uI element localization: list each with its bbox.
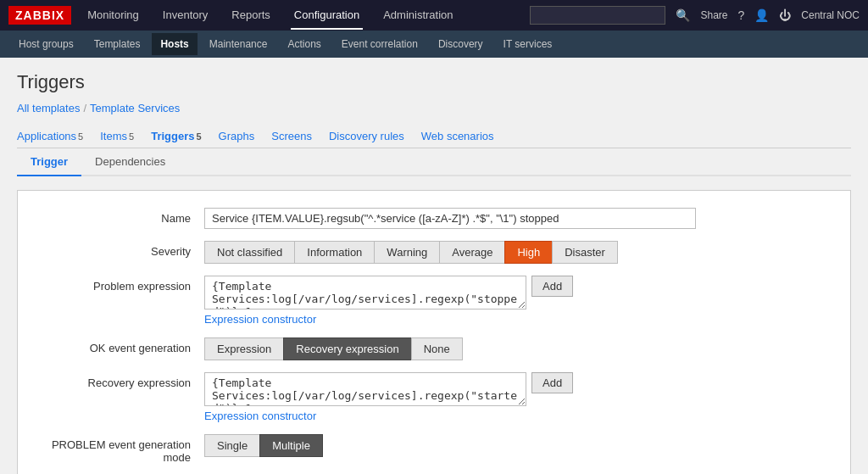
user-icon[interactable]: 👤 <box>754 8 769 22</box>
recovery-expression-label: Recovery expression <box>35 372 204 389</box>
search-icon[interactable]: 🔍 <box>676 8 690 22</box>
form-tab-dependencies[interactable]: Dependencies <box>81 148 179 176</box>
tab-items[interactable]: Items <box>100 125 144 148</box>
recovery-expr-input-row: {Template Services:log[/var/log/services… <box>204 372 833 406</box>
problem-event-mode-row: PROBLEM event generation mode Single Mul… <box>35 434 833 464</box>
top-nav-items: Monitoring Inventory Reports Configurati… <box>84 2 530 30</box>
ok-event-group: Expression Recovery expression None <box>204 337 833 360</box>
tab-discovery-rules[interactable]: Discovery rules <box>329 125 415 148</box>
problem-expression-label: Problem expression <box>35 276 204 293</box>
power-icon[interactable]: ⏻ <box>779 8 791 22</box>
name-row: Name <box>35 208 833 229</box>
top-nav-right: 🔍 Share ? 👤 ⏻ Central NOC <box>530 6 860 25</box>
nav-it-services[interactable]: IT services <box>495 33 561 55</box>
top-navbar: ZABBIX Monitoring Inventory Reports Conf… <box>0 0 868 31</box>
trigger-form: Name Severity Not classified Information… <box>17 190 851 474</box>
name-control <box>204 208 833 229</box>
nav-host-groups[interactable]: Host groups <box>10 33 82 55</box>
severity-control: Not classified Information Warning Avera… <box>204 241 833 264</box>
logo[interactable]: ZABBIX <box>8 6 71 25</box>
problem-expr-input-row: {Template Services:log[/var/log/services… <box>204 276 833 309</box>
ok-event-row: OK event generation Expression Recovery … <box>35 337 833 360</box>
ok-event-recovery-expression[interactable]: Recovery expression <box>283 337 410 360</box>
main-content: Triggers All templates / Template Servic… <box>0 58 868 474</box>
problem-event-multiple[interactable]: Multiple <box>259 434 323 457</box>
tab-web-scenarios[interactable]: Web scenarios <box>421 125 504 148</box>
tab-triggers[interactable]: Triggers <box>151 125 211 148</box>
problem-event-mode-label: PROBLEM event generation mode <box>35 434 204 464</box>
sev-average[interactable]: Average <box>439 241 504 264</box>
nav-monitoring[interactable]: Monitoring <box>84 2 142 30</box>
sev-not-classified[interactable]: Not classified <box>204 241 294 264</box>
nav-event-correlation[interactable]: Event correlation <box>333 33 426 55</box>
ok-event-control: Expression Recovery expression None <box>204 337 833 360</box>
severity-row: Severity Not classified Information Warn… <box>35 241 833 264</box>
sev-information[interactable]: Information <box>294 241 374 264</box>
breadcrumb-template-services[interactable]: Template Services <box>90 102 180 114</box>
form-tabs: Trigger Dependencies <box>17 148 851 176</box>
name-label: Name <box>35 208 204 225</box>
ok-event-expression[interactable]: Expression <box>204 337 283 360</box>
nav-configuration[interactable]: Configuration <box>291 2 363 30</box>
nav-hosts[interactable]: Hosts <box>152 33 197 55</box>
nav-inventory[interactable]: Inventory <box>159 2 211 30</box>
sev-high[interactable]: High <box>504 241 552 264</box>
secondary-navbar: Host groups Templates Hosts Maintenance … <box>0 31 868 58</box>
breadcrumb: All templates / Template Services <box>17 102 851 114</box>
nav-templates[interactable]: Templates <box>86 33 149 55</box>
search-input[interactable] <box>530 6 665 25</box>
form-tab-trigger[interactable]: Trigger <box>17 148 81 176</box>
nav-actions[interactable]: Actions <box>279 33 329 55</box>
ok-event-label: OK event generation <box>35 337 204 354</box>
secondary-nav-items: Host groups Templates Hosts Maintenance … <box>10 33 858 55</box>
tab-screens[interactable]: Screens <box>271 125 322 148</box>
sev-disaster[interactable]: Disaster <box>552 241 618 264</box>
recovery-expression-constructor-link[interactable]: Expression constructor <box>204 410 833 422</box>
recovery-expression-control: {Template Services:log[/var/log/services… <box>204 372 833 422</box>
page-title: Triggers <box>17 71 851 93</box>
nav-discovery[interactable]: Discovery <box>430 33 492 55</box>
ok-event-none[interactable]: None <box>411 337 463 360</box>
nav-maintenance[interactable]: Maintenance <box>201 33 276 55</box>
tab-graphs[interactable]: Graphs <box>219 125 265 148</box>
nav-reports[interactable]: Reports <box>228 2 274 30</box>
problem-event-mode-group: Single Multiple <box>204 434 833 457</box>
share-button[interactable]: Share <box>700 9 727 21</box>
subnav-tabs: Applications Items Triggers Graphs Scree… <box>17 125 851 148</box>
sev-warning[interactable]: Warning <box>374 241 439 264</box>
name-input[interactable] <box>204 208 696 229</box>
recovery-expression-row: Recovery expression {Template Services:l… <box>35 372 833 422</box>
severity-label: Severity <box>35 241 204 258</box>
recovery-expression-add-button[interactable]: Add <box>531 372 573 393</box>
problem-expression-control: {Template Services:log[/var/log/services… <box>204 276 833 326</box>
breadcrumb-all-templates[interactable]: All templates <box>17 102 80 114</box>
breadcrumb-separator: / <box>83 102 86 114</box>
problem-event-mode-control: Single Multiple <box>204 434 833 457</box>
help-icon[interactable]: ? <box>738 8 745 22</box>
tab-applications[interactable]: Applications <box>17 125 93 148</box>
current-user: Central NOC <box>801 9 860 21</box>
problem-event-single[interactable]: Single <box>204 434 259 457</box>
severity-group: Not classified Information Warning Avera… <box>204 241 833 264</box>
problem-expression-constructor-link[interactable]: Expression constructor <box>204 313 833 326</box>
problem-expression-row: Problem expression {Template Services:lo… <box>35 276 833 326</box>
problem-expression-add-button[interactable]: Add <box>531 276 573 297</box>
problem-expression-input[interactable]: {Template Services:log[/var/log/services… <box>204 276 526 309</box>
recovery-expression-input[interactable]: {Template Services:log[/var/log/services… <box>204 372 526 406</box>
nav-administration[interactable]: Administration <box>380 2 456 30</box>
